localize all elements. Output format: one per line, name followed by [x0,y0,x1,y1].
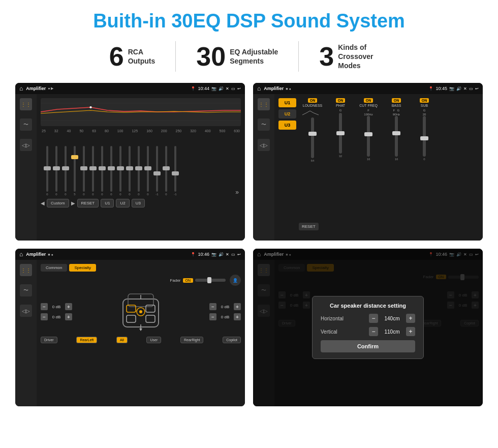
u1-select-btn[interactable]: U1 [278,98,296,107]
sub-on[interactable]: ON [420,98,429,103]
next-btn[interactable]: ▶ [71,200,75,206]
app-title-2: Amplifier [264,86,284,91]
fr-minus[interactable]: − [209,303,216,310]
vertical-minus-btn[interactable]: − [369,327,378,336]
screen2-content: ⋮⋮ 〜 ◁▷ U1 U2 U3 ON [253,94,483,241]
sidebar-wave-icon-3[interactable]: 〜 [20,284,32,296]
stat-crossover: 3 Kinds ofCrossover Modes [299,43,409,71]
horizontal-control: − 140cm + [369,314,415,323]
u3-select-btn[interactable]: U3 [278,121,296,130]
user-btn[interactable]: User [146,337,161,343]
eq-slider-13: 0 [162,146,171,196]
u2-btn[interactable]: U2 [116,199,129,207]
window-icon-1: ▭ [231,86,235,91]
fr-plus[interactable]: + [234,303,241,310]
eq-sliders-row: 0 0 0 5 [41,135,241,196]
vertical-row: Vertical − 110cm + [321,327,415,336]
prev-btn[interactable]: ◀ [41,200,45,206]
sub-track[interactable] [423,116,426,157]
horizontal-minus-btn[interactable]: − [369,314,378,323]
sidebar-speaker-icon-2[interactable]: ◁▷ [258,139,270,151]
status-icons-3: 📍 10:46 📷 🔊 ✕ ▭ ↩ [191,252,241,257]
eq-bottom-bar: ◀ Custom ▶ RESET U1 U2 U3 [41,199,241,207]
svg-marker-14 [139,328,142,331]
confirm-button[interactable]: Confirm [321,340,415,352]
screenshots-grid: ⌂ Amplifier ● ▶ 📍 10:44 📷 🔊 ✕ ▭ ↩ ⋮⋮ 〜 [15,83,483,406]
sidebar-speaker-icon[interactable]: ◁▷ [20,139,32,151]
rearright-btn[interactable]: RearRight [180,337,204,343]
screen-mixer: ⌂ Amplifier ■ ● 📍 10:45 📷 🔊 ✕ ▭ ↩ ⋮⋮ 〜 ◁ [253,83,483,241]
back-icon-3[interactable]: ↩ [237,252,241,257]
home-icon-1[interactable]: ⌂ [19,85,23,92]
bass-track[interactable] [395,116,398,157]
rearleft-btn[interactable]: RearLeft [76,337,97,343]
reset-btn-eq[interactable]: RESET [77,199,99,207]
db-control-fl: − 0 dB + [41,303,72,310]
bass-on[interactable]: ON [392,98,401,103]
cutfreq-label: CUT FREQ [359,104,378,107]
rl-minus[interactable]: − [41,313,48,320]
u1-btn[interactable]: U1 [101,199,114,207]
u2-select-btn[interactable]: U2 [278,109,296,118]
reset-btn-mixer[interactable]: RESET [299,223,319,230]
loudness-track[interactable] [311,117,314,158]
horizontal-label: Horizontal [321,316,344,321]
loudness-channel: ON LOUDNESS 64 [299,98,326,162]
screen1-main: 2532405063 80100125160200 25032040050063… [37,94,245,241]
stats-row: 6 RCAOutputs 30 EQ AdjustableSegments 3 … [15,41,483,72]
vertical-plus-btn[interactable]: + [406,327,415,336]
close-icon-2: ✕ [463,86,467,91]
copilot-btn[interactable]: Copilot [223,337,241,343]
eq-slider-2: 0 [61,146,70,196]
sidebar-eq-icon-2[interactable]: ⋮⋮ [258,98,270,110]
horizontal-plus-btn[interactable]: + [406,314,415,323]
fl-minus[interactable]: − [41,303,48,310]
fader-slider[interactable] [195,279,226,282]
sidebar-wave-icon-2[interactable]: 〜 [258,118,270,131]
screen-eq: ⌂ Amplifier ● ▶ 📍 10:44 📷 🔊 ✕ ▭ ↩ ⋮⋮ 〜 [15,83,245,241]
tab-common[interactable]: Common [41,264,67,272]
phat-on[interactable]: ON [336,98,346,103]
horizontal-row: Horizontal − 140cm + [321,314,415,323]
sidebar-eq-icon[interactable]: ⋮⋮ [20,98,32,110]
home-icon-3[interactable]: ⌂ [19,251,23,258]
fader-profile-icon[interactable]: 👤 [230,275,241,286]
status-icons-2: 📍 10:45 📷 🔊 ✕ ▭ ↩ [428,86,479,91]
sidebar-wave-icon[interactable]: 〜 [20,118,32,131]
phat-channel: ON PHAT G 32 [327,98,354,158]
all-btn[interactable]: All [116,337,128,343]
u3-btn[interactable]: U3 [132,199,145,207]
sub-channel: ON SUB G 20 0 [411,98,438,161]
cutfreq-scale: 16 [367,158,370,161]
sidebar-speaker-icon-3[interactable]: ◁▷ [20,305,32,317]
stat-rca: 6 RCAOutputs [89,43,176,70]
phat-track[interactable] [339,113,342,154]
app-title-1: Amplifier [26,86,46,91]
stat-crossover-number: 3 [319,43,334,70]
cutfreq-track[interactable] [367,116,370,157]
fl-plus[interactable]: + [65,303,72,310]
rr-minus[interactable]: − [209,313,216,320]
cutfreq-on[interactable]: ON [364,98,374,103]
fader-on-badge[interactable]: ON [183,278,194,283]
rr-plus[interactable]: + [234,313,241,320]
window-icon-2: ▭ [469,86,473,91]
location-icon-2: 📍 [428,86,433,91]
status-icons-1: 📍 10:44 📷 🔊 ✕ ▭ ↩ [191,86,241,91]
close-icon-3: ✕ [226,252,229,257]
left-db-controls: − 0 dB + − 0 dB + [41,303,72,320]
back-icon-2[interactable]: ↩ [475,86,479,91]
loudness-on[interactable]: ON [308,98,318,103]
back-icon-1[interactable]: ↩ [237,86,241,91]
rl-plus[interactable]: + [65,313,72,320]
custom-btn[interactable]: Custom [47,199,69,207]
bass-fg: FG [393,109,399,112]
tab-specialty[interactable]: Specialty [69,264,96,272]
time-2: 10:45 [435,86,447,91]
home-icon-2[interactable]: ⌂ [257,85,261,92]
eq-graph [41,98,241,126]
more-arrow[interactable]: » [235,189,239,196]
driver-btn[interactable]: Driver [41,337,57,343]
sidebar-eq-icon-3[interactable]: ⋮⋮ [20,264,32,276]
phat-g: G [339,109,342,112]
